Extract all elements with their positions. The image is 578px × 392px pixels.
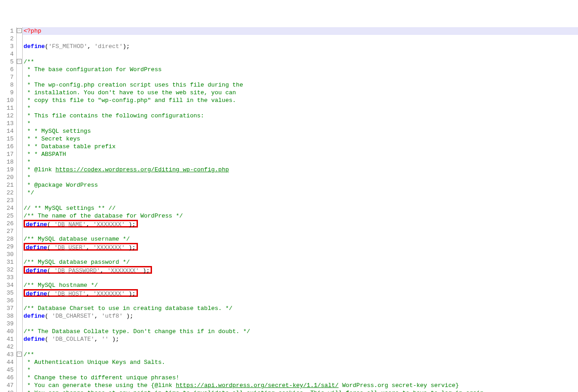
- code-line[interactable]: 17 * * ABSPATH: [0, 150, 578, 158]
- fold-margin[interactable]: [16, 204, 23, 212]
- code-line[interactable]: 30: [0, 251, 578, 258]
- line-number[interactable]: 10: [0, 97, 16, 104]
- code-line[interactable]: 40/** The Database Collate type. Don't c…: [0, 328, 578, 335]
- code-line[interactable]: 3define('FS_METHOD', 'direct');: [0, 43, 578, 50]
- code-content[interactable]: * Change these to different unique phras…: [23, 374, 179, 382]
- code-line[interactable]: 46 * Change these to different unique ph…: [0, 374, 578, 382]
- line-number[interactable]: 17: [0, 150, 16, 158]
- fold-margin[interactable]: −: [16, 351, 23, 358]
- fold-margin[interactable]: [16, 197, 23, 204]
- code-line[interactable]: 45 *: [0, 366, 578, 374]
- line-number[interactable]: 35: [0, 289, 16, 297]
- code-content[interactable]: * @package WordPress: [23, 181, 98, 189]
- line-number[interactable]: 31: [0, 258, 16, 266]
- fold-margin[interactable]: [16, 227, 23, 235]
- line-number[interactable]: 11: [0, 104, 16, 112]
- fold-margin[interactable]: [16, 120, 23, 127]
- fold-margin[interactable]: [16, 35, 23, 43]
- code-content[interactable]: *: [23, 120, 31, 127]
- fold-margin[interactable]: [16, 181, 23, 189]
- line-number[interactable]: 12: [0, 112, 16, 120]
- code-content[interactable]: /** MySQL database password */: [23, 258, 130, 266]
- line-number[interactable]: 43: [0, 351, 16, 358]
- code-line[interactable]: 32define( 'DB_PASSWORD', 'XXXXXXX' );: [0, 266, 578, 274]
- code-line[interactable]: 15 * * Secret keys: [0, 135, 578, 143]
- code-content[interactable]: * You can generate these using the {@lin…: [23, 382, 459, 389]
- code-content[interactable]: * The base configuration for WordPress: [23, 66, 162, 73]
- fold-margin[interactable]: [16, 81, 23, 89]
- code-content[interactable]: * The wp-config.php creation script uses…: [23, 81, 243, 89]
- fold-margin[interactable]: [16, 320, 23, 328]
- code-line[interactable]: 10 * copy this file to "wp-config.php" a…: [0, 97, 578, 104]
- code-content[interactable]: /**: [23, 58, 34, 66]
- code-line[interactable]: 20 *: [0, 174, 578, 181]
- fold-margin[interactable]: −: [16, 27, 23, 35]
- fold-margin[interactable]: [16, 104, 23, 112]
- code-content[interactable]: /** Database Charset to use in creating …: [23, 305, 232, 312]
- line-number[interactable]: 25: [0, 212, 16, 220]
- line-number[interactable]: 6: [0, 66, 16, 73]
- line-number[interactable]: 45: [0, 366, 16, 374]
- line-number[interactable]: 15: [0, 135, 16, 143]
- code-content[interactable]: define( 'DB_NAME', 'XXXXXXX' );: [23, 220, 138, 227]
- line-number[interactable]: 19: [0, 166, 16, 174]
- code-line[interactable]: 36: [0, 297, 578, 305]
- fold-margin[interactable]: [16, 382, 23, 389]
- code-line[interactable]: 39: [0, 320, 578, 328]
- code-content[interactable]: [23, 297, 24, 305]
- code-content[interactable]: [23, 274, 24, 281]
- code-content[interactable]: /** The name of the database for WordPre…: [23, 212, 183, 220]
- fold-margin[interactable]: −: [16, 58, 23, 66]
- code-content[interactable]: /**: [23, 351, 34, 358]
- line-number[interactable]: 23: [0, 197, 16, 204]
- code-line[interactable]: 2: [0, 35, 578, 43]
- fold-margin[interactable]: [16, 127, 23, 135]
- line-number[interactable]: 9: [0, 89, 16, 97]
- line-number[interactable]: 36: [0, 297, 16, 305]
- line-number[interactable]: 26: [0, 220, 16, 227]
- code-content[interactable]: /** MySQL hostname */: [23, 281, 98, 289]
- code-content[interactable]: * copy this file to "wp-config.php" and …: [23, 97, 236, 104]
- code-line[interactable]: 5−/**: [0, 58, 578, 66]
- code-line[interactable]: 42: [0, 343, 578, 351]
- line-number[interactable]: 14: [0, 127, 16, 135]
- line-number[interactable]: 47: [0, 382, 16, 389]
- line-number[interactable]: 41: [0, 335, 16, 343]
- fold-margin[interactable]: [16, 174, 23, 181]
- code-content[interactable]: <?php: [23, 27, 41, 35]
- line-number[interactable]: 42: [0, 343, 16, 351]
- code-line[interactable]: 7 *: [0, 73, 578, 81]
- code-editor[interactable]: 1−<?php23define('FS_METHOD', 'direct');4…: [0, 27, 578, 392]
- line-number[interactable]: 22: [0, 189, 16, 197]
- code-content[interactable]: *: [23, 73, 31, 81]
- fold-margin[interactable]: [16, 158, 23, 166]
- fold-margin[interactable]: [16, 343, 23, 351]
- code-line[interactable]: 26define( 'DB_NAME', 'XXXXXXX' );: [0, 220, 578, 227]
- code-content[interactable]: [23, 320, 24, 328]
- code-content[interactable]: *: [23, 366, 31, 374]
- fold-margin[interactable]: [16, 66, 23, 73]
- code-content[interactable]: * This file contains the following confi…: [23, 112, 204, 120]
- fold-margin[interactable]: [16, 328, 23, 335]
- code-line[interactable]: 8 * The wp-config.php creation script us…: [0, 81, 578, 89]
- code-content[interactable]: * * Database table prefix: [23, 143, 116, 150]
- fold-toggle-icon[interactable]: −: [17, 59, 22, 64]
- line-number[interactable]: 37: [0, 305, 16, 312]
- code-content[interactable]: [23, 227, 24, 235]
- fold-margin[interactable]: [16, 166, 23, 174]
- code-content[interactable]: * * MySQL settings: [23, 127, 91, 135]
- fold-margin[interactable]: [16, 143, 23, 150]
- code-content[interactable]: /** MySQL database username */: [23, 235, 130, 243]
- code-content[interactable]: */: [23, 189, 34, 197]
- code-line[interactable]: 23: [0, 197, 578, 204]
- code-content[interactable]: [23, 50, 24, 58]
- code-content[interactable]: [23, 197, 24, 204]
- code-line[interactable]: 4: [0, 50, 578, 58]
- fold-margin[interactable]: [16, 281, 23, 289]
- code-line[interactable]: 41define( 'DB_COLLATE', '' );: [0, 335, 578, 343]
- code-content[interactable]: define( 'DB_USER', 'XXXXXXX' );: [23, 243, 138, 251]
- line-number[interactable]: 40: [0, 328, 16, 335]
- line-number[interactable]: 24: [0, 204, 16, 212]
- code-line[interactable]: 13 *: [0, 120, 578, 127]
- fold-margin[interactable]: [16, 235, 23, 243]
